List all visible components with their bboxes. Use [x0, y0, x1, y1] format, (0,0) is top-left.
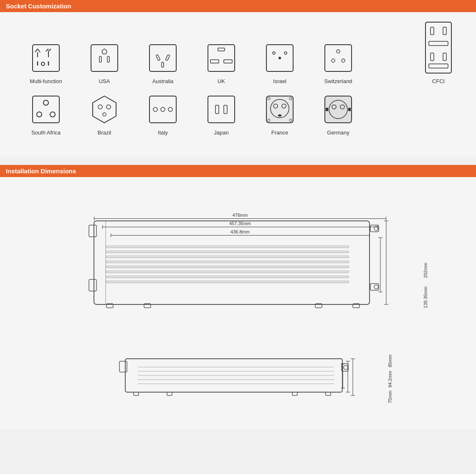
- socket-multifunction-icon: [29, 41, 63, 75]
- socket-italy-icon: [146, 93, 180, 126]
- svg-rect-79: [106, 271, 349, 273]
- main-device-svg: [81, 213, 395, 321]
- svg-rect-69: [89, 279, 96, 291]
- svg-marker-41: [93, 96, 116, 123]
- svg-rect-49: [208, 96, 235, 123]
- svg-point-23: [279, 57, 281, 59]
- svg-rect-17: [162, 62, 164, 67]
- socket-israel-icon: [263, 41, 296, 75]
- svg-rect-34: [430, 53, 434, 61]
- svg-rect-68: [89, 225, 96, 237]
- dimensions-section: Installation Dimensions 476mm 457.35mm: [0, 165, 476, 430]
- svg-point-29: [342, 59, 345, 62]
- svg-point-7: [41, 62, 45, 66]
- socket-section: Socket Customization: [0, 0, 476, 157]
- socket-germany-label: Germany: [327, 129, 349, 136]
- dim-476-label: 476mm: [233, 213, 248, 218]
- svg-rect-50: [215, 105, 219, 114]
- svg-point-42: [98, 105, 102, 109]
- dim-85-label: 85mm: [387, 355, 392, 368]
- svg-rect-102: [134, 392, 139, 395]
- svg-rect-77: [106, 261, 349, 263]
- svg-rect-20: [210, 60, 219, 63]
- svg-point-46: [153, 107, 157, 112]
- svg-rect-104: [292, 392, 297, 395]
- socket-usa-label: USA: [99, 78, 110, 84]
- svg-point-73: [374, 285, 378, 289]
- dim-436: 436.8mm: [111, 229, 370, 236]
- socket-brazil-label: Brazil: [98, 129, 111, 136]
- socket-france-icon: [263, 93, 296, 126]
- svg-rect-26: [325, 45, 352, 71]
- svg-rect-72: [370, 284, 379, 290]
- socket-australia-label: Australia: [152, 78, 174, 84]
- svg-marker-11: [102, 49, 107, 54]
- svg-rect-15: [156, 55, 160, 61]
- socket-southafrica-label: South Africa: [31, 129, 61, 136]
- bottom-device-svg: [113, 346, 363, 413]
- socket-cfci-label: CFCI: [432, 78, 445, 84]
- svg-point-48: [168, 107, 172, 112]
- svg-rect-35: [443, 53, 446, 61]
- dim-436-label: 436.8mm: [230, 229, 250, 234]
- socket-japan-icon: [205, 93, 238, 126]
- svg-rect-36: [429, 64, 448, 68]
- socket-cfci: CFCI: [418, 20, 459, 84]
- bottom-right-labels: 85mm 84.2mm 75mm: [387, 355, 392, 403]
- svg-rect-80: [106, 276, 349, 278]
- svg-rect-31: [430, 27, 434, 35]
- socket-southafrica-icon: [29, 93, 63, 126]
- socket-germany-icon: [322, 93, 355, 126]
- dimensions-section-title: Installation Dimensions: [6, 167, 76, 175]
- svg-point-44: [103, 113, 106, 116]
- socket-multifunction-label: Multi-function: [30, 78, 62, 84]
- socket-section-header: Socket Customization: [0, 0, 476, 12]
- dim-75-label: 75mm: [387, 390, 392, 403]
- svg-rect-0: [33, 45, 59, 71]
- socket-italy-label: Italy: [158, 129, 168, 136]
- socket-israel: Israel: [251, 41, 309, 84]
- socket-section-body: Multi-function USA: [0, 12, 476, 157]
- svg-rect-12: [99, 56, 101, 62]
- dim-842-label: 84.2mm: [387, 371, 392, 388]
- dim-476: 476mm: [94, 213, 386, 219]
- right-labels: 202mm 139.35mm: [423, 263, 428, 308]
- svg-rect-103: [167, 392, 172, 395]
- dim-457: 457.35mm: [102, 221, 378, 227]
- svg-line-4: [46, 49, 48, 51]
- svg-rect-76: [106, 256, 349, 258]
- dim-202-label: 202mm: [423, 263, 428, 278]
- svg-point-39: [37, 112, 42, 117]
- svg-rect-78: [106, 266, 349, 268]
- svg-rect-13: [107, 56, 109, 62]
- svg-rect-21: [224, 60, 232, 63]
- svg-point-38: [43, 100, 48, 105]
- socket-japan: Japan: [192, 93, 251, 136]
- svg-rect-75: [106, 251, 349, 253]
- svg-line-2: [38, 49, 40, 52]
- socket-brazil-icon: [88, 93, 121, 126]
- socket-uk: UK: [192, 41, 251, 84]
- svg-rect-19: [218, 48, 225, 51]
- svg-point-24: [273, 52, 275, 54]
- svg-point-43: [106, 105, 111, 109]
- socket-uk-label: UK: [218, 78, 225, 84]
- svg-rect-74: [106, 246, 349, 248]
- socket-usa-icon: [88, 41, 121, 75]
- svg-line-1: [35, 49, 38, 52]
- svg-rect-18: [208, 45, 235, 71]
- page: Socket Customization: [0, 0, 476, 430]
- svg-point-27: [337, 50, 340, 53]
- socket-brazil: Brazil: [75, 93, 134, 136]
- bottom-diagram: 85mm 84.2mm 75mm: [113, 346, 363, 413]
- svg-rect-32: [443, 27, 446, 35]
- svg-rect-16: [165, 55, 170, 61]
- svg-point-47: [161, 107, 165, 112]
- socket-section-title: Socket Customization: [6, 3, 71, 10]
- dim-457-label: 457.35mm: [229, 221, 251, 226]
- socket-israel-label: Israel: [273, 78, 286, 84]
- socket-usa: USA: [75, 41, 134, 84]
- svg-point-25: [284, 52, 287, 54]
- socket-france-label: France: [271, 129, 288, 136]
- socket-southafrica: South Africa: [17, 93, 75, 136]
